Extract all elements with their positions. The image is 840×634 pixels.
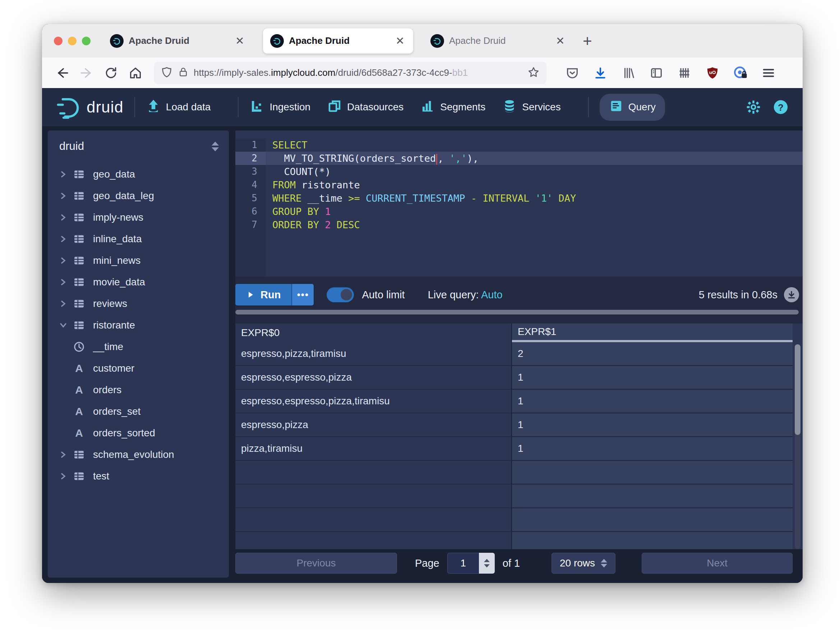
chevron-right-icon[interactable]	[56, 235, 71, 243]
tree-item-orders_sorted[interactable]: Aorders_sorted	[48, 422, 229, 444]
cell-expr1[interactable]	[512, 484, 793, 508]
chevron-right-icon[interactable]	[56, 451, 71, 459]
rows-per-page-select[interactable]: 20 rows	[551, 553, 616, 574]
chevron-right-icon[interactable]	[56, 192, 71, 200]
tree-item-movie_data[interactable]: movie_data	[48, 271, 229, 293]
nav-load-data[interactable]: Load data	[146, 98, 211, 116]
back-icon[interactable]	[51, 62, 73, 84]
cell-expr0[interactable]: espresso,espresso,pizza,tiramisu	[235, 390, 512, 413]
tracking-shield-icon[interactable]	[161, 66, 173, 80]
reload-icon[interactable]	[100, 62, 122, 84]
new-tab-button[interactable]: +	[583, 32, 592, 50]
tree-item-geo_data_leg[interactable]: geo_data_leg	[48, 185, 229, 207]
next-page-button[interactable]: Next	[642, 553, 793, 574]
editor-line-7[interactable]: 7ORDER BY 2 DESC	[235, 218, 803, 231]
forward-icon[interactable]	[76, 62, 97, 84]
nav-ingestion[interactable]: Ingestion	[249, 98, 310, 116]
vertical-scrollbar-thumb[interactable]	[795, 344, 801, 435]
help-icon[interactable]: ?	[772, 99, 789, 115]
sql-editor[interactable]: 1SELECT2 MV_TO_STRING(orders_sorted, ','…	[235, 130, 803, 277]
tree-item-__time[interactable]: __time	[48, 336, 229, 357]
live-query-control[interactable]: Live query: Auto	[428, 289, 503, 301]
tab-close-icon[interactable]: ✕	[554, 35, 566, 47]
chevron-right-icon[interactable]	[56, 257, 71, 264]
download-results-icon[interactable]	[784, 287, 799, 302]
editor-line-5[interactable]: 5WHERE __time >= CURRENT_TIMESTAMP - INT…	[235, 191, 803, 205]
cell-expr1[interactable]	[512, 532, 793, 549]
zoom-window-button[interactable]	[82, 37, 90, 45]
previous-page-button[interactable]: Previous	[235, 553, 397, 574]
menu-hamburger-icon[interactable]	[759, 63, 778, 82]
pocket-icon[interactable]	[563, 63, 582, 82]
ublock-origin-icon[interactable]: uO	[703, 63, 722, 82]
run-more-button[interactable]: •••	[291, 284, 314, 305]
page-number-input[interactable]: 1	[447, 553, 479, 574]
tab-apache-druid-1[interactable]: Apache Druid ✕	[103, 28, 253, 54]
tree-item-geo_data[interactable]: geo_data	[48, 163, 229, 185]
sort-icon[interactable]	[212, 142, 219, 151]
home-icon[interactable]	[125, 62, 146, 84]
editor-line-6[interactable]: 6GROUP BY 1	[235, 205, 803, 218]
tree-item-inline_data[interactable]: inline_data	[48, 228, 229, 250]
cell-expr0[interactable]	[235, 484, 512, 508]
close-window-button[interactable]	[54, 37, 63, 45]
chevron-down-icon[interactable]	[56, 321, 71, 329]
lock-icon[interactable]	[178, 67, 189, 79]
chevron-right-icon[interactable]	[56, 278, 71, 286]
editor-line-1[interactable]: 1SELECT	[235, 138, 803, 152]
chevron-right-icon[interactable]	[56, 472, 71, 480]
tab-apache-druid-3[interactable]: Apache Druid ✕	[423, 28, 573, 54]
run-button[interactable]: Run	[235, 284, 291, 305]
cell-expr1[interactable]	[512, 508, 793, 532]
tree-item-test[interactable]: test	[48, 465, 229, 487]
tree-item-imply-news[interactable]: imply-news	[48, 207, 229, 228]
chevron-right-icon[interactable]	[56, 213, 71, 221]
tree-item-orders_set[interactable]: Aorders_set	[48, 401, 229, 422]
nav-segments[interactable]: Segments	[420, 98, 485, 116]
cell-expr1[interactable]: 1	[512, 437, 793, 461]
containers-grid-icon[interactable]	[675, 63, 694, 82]
tab-apache-druid-2-active[interactable]: Apache Druid ✕	[263, 28, 413, 54]
library-icon[interactable]	[619, 63, 638, 82]
cell-expr0[interactable]	[235, 508, 512, 532]
chevron-right-icon[interactable]	[56, 170, 71, 178]
tree-item-schema_evolution[interactable]: schema_evolution	[48, 444, 229, 465]
cell-expr0[interactable]: espresso,espresso,pizza	[235, 366, 512, 390]
nav-datasources[interactable]: Datasources	[327, 98, 403, 116]
minimize-window-button[interactable]	[68, 37, 77, 45]
auto-limit-toggle[interactable]	[327, 287, 354, 302]
column-header-expr1-selected[interactable]: EXPR$1	[512, 324, 793, 342]
nav-services[interactable]: Services	[502, 98, 561, 116]
column-header-expr0[interactable]: EXPR$0	[235, 324, 512, 342]
sidebar-toggle-icon[interactable]	[647, 63, 666, 82]
url-bar[interactable]: https://imply-sales.implycloud.com/druid…	[154, 62, 546, 84]
tree-item-mini_news[interactable]: mini_news	[48, 250, 229, 271]
editor-line-3[interactable]: 3 COUNT(*)	[235, 165, 803, 178]
chevron-right-icon[interactable]	[56, 300, 71, 308]
cell-expr1[interactable]	[512, 461, 793, 484]
druid-logo[interactable]: druid	[56, 95, 123, 120]
onepassword-icon[interactable]	[731, 63, 750, 82]
cell-expr1[interactable]: 1	[512, 366, 793, 390]
tree-item-ristorante[interactable]: ristorante	[48, 315, 229, 336]
cell-expr0[interactable]: pizza,tiramisu	[235, 437, 512, 461]
tab-close-icon[interactable]: ✕	[394, 35, 406, 47]
cell-expr1[interactable]: 2	[512, 342, 793, 366]
page-stepper[interactable]	[479, 553, 495, 574]
horizontal-scrollbar[interactable]	[235, 310, 799, 315]
cell-expr1[interactable]: 1	[512, 413, 793, 437]
editor-line-4[interactable]: 4FROM ristorante	[235, 178, 803, 191]
cell-expr0[interactable]: espresso,pizza,tiramisu	[235, 342, 512, 366]
bookmark-star-icon[interactable]	[527, 66, 540, 80]
nav-query-active[interactable]: Query	[600, 94, 665, 121]
tree-item-orders[interactable]: Aorders	[48, 379, 229, 401]
tab-close-icon[interactable]: ✕	[234, 35, 246, 47]
editor-line-2[interactable]: 2 MV_TO_STRING(orders_sorted, ','),	[235, 152, 803, 165]
cell-expr0[interactable]: espresso,pizza	[235, 413, 512, 437]
settings-gear-icon[interactable]	[745, 99, 762, 115]
tree-item-customer[interactable]: Acustomer	[48, 357, 229, 379]
tree-item-reviews[interactable]: reviews	[48, 293, 229, 315]
download-icon[interactable]	[591, 63, 610, 82]
cell-expr1[interactable]: 1	[512, 390, 793, 413]
cell-expr0[interactable]	[235, 461, 512, 484]
